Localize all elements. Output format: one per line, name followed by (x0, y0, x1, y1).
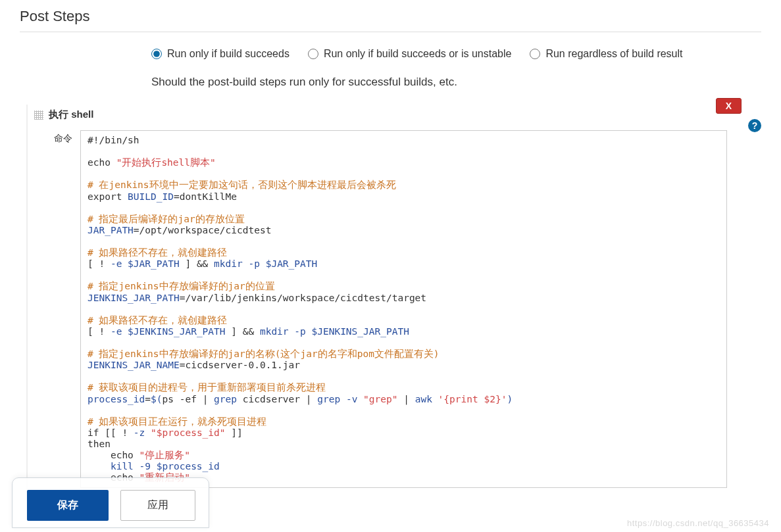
execute-shell-step: X ? 执行 shell 命令 #!/bin/sh echo "开始执行shel… (26, 105, 761, 493)
command-field-label: 命令 (34, 130, 80, 488)
post-step-condition-row: Run only if build succeeds Run only if b… (0, 32, 781, 60)
radio-succeeds-or-unstable[interactable]: Run only if build succeeds or is unstabl… (308, 48, 512, 60)
radio-succeeds-or-unstable-label: Run only if build succeeds or is unstabl… (324, 48, 512, 60)
apply-button[interactable]: 应用 (120, 490, 195, 493)
footer-action-bar: 保存 应用 (12, 477, 209, 493)
post-step-help-text: Should the post-build steps run only for… (0, 60, 781, 105)
step-title: 执行 shell (49, 109, 93, 121)
radio-regardless-label: Run regardless of build result (545, 48, 682, 60)
radio-only-succeeds-label: Run only if build succeeds (167, 48, 290, 60)
shell-command-textarea[interactable]: #!/bin/sh echo "开始执行shell脚本" # 在jenkins环… (80, 130, 727, 488)
delete-step-button[interactable]: X (716, 98, 742, 114)
section-title: Post Steps (20, 0, 761, 32)
step-header[interactable]: 执行 shell (28, 105, 761, 125)
radio-regardless[interactable]: Run regardless of build result (530, 48, 682, 60)
radio-only-succeeds-input[interactable] (151, 49, 162, 59)
radio-succeeds-or-unstable-input[interactable] (308, 49, 318, 59)
radio-only-succeeds[interactable]: Run only if build succeeds (151, 48, 290, 60)
radio-regardless-input[interactable] (530, 49, 540, 59)
drag-handle-icon[interactable] (34, 110, 43, 120)
save-button[interactable]: 保存 (27, 490, 109, 493)
help-icon[interactable]: ? (748, 119, 761, 132)
